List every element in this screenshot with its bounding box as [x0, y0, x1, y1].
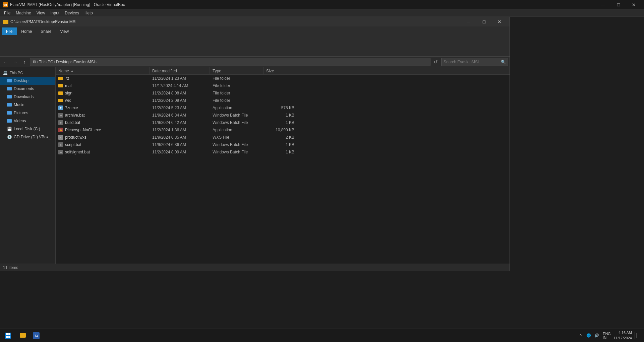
cd-icon: 💿 [7, 135, 12, 139]
column-header-name[interactable]: Name ▲ [56, 67, 150, 74]
file-date: 11/9/2024 6:42 AM [150, 120, 210, 125]
file-date: 11/2/2024 8:08 AM [150, 91, 210, 95]
sidebar-item-music[interactable]: Music [0, 101, 55, 109]
menu-file[interactable]: File [1, 9, 13, 17]
table-row[interactable]: X product.wxs 11/9/2024 6:35 AM WXS File… [56, 134, 510, 141]
folder-music-icon [7, 102, 12, 107]
sidebar-label-this-pc: This PC [10, 71, 23, 75]
taskbar: 7z ^ 🌐 🔊 ENG IN 4:16 AM 11/17/2024 ▏ [0, 329, 644, 342]
explorer-close-button[interactable]: ✕ [492, 17, 507, 26]
taskbar-7zip-icon: 7z [33, 332, 40, 339]
taskbar-clock[interactable]: 4:16 AM 11/17/2024 [613, 330, 632, 341]
file-type: File folder [210, 83, 264, 88]
file-type: File folder [210, 91, 264, 95]
refresh-button[interactable]: ↺ [432, 58, 440, 66]
table-row[interactable]: mal 11/17/2024 4:14 AM File folder [56, 82, 510, 89]
column-header-date[interactable]: Date modified [150, 67, 210, 74]
column-header-type[interactable]: Type [210, 67, 264, 74]
sidebar-label-documents: Documents [14, 86, 34, 91]
table-row[interactable]: 🔒 Picocrypt-NoGL.exe 11/2/2024 1:36 AM A… [56, 126, 510, 134]
file-list: Name ▲ Date modified Type Size 7z 11/2/2… [56, 67, 510, 264]
search-input[interactable] [444, 60, 500, 64]
nav-forward-button[interactable]: → [11, 58, 19, 66]
clock-date: 11/17/2024 [613, 336, 632, 341]
file-date: 11/9/2024 6:34 AM [150, 113, 210, 118]
table-row[interactable]: sign 11/2/2024 8:08 AM File folder [56, 89, 510, 97]
sidebar-label-local-disk: Local Disk (C:) [14, 127, 40, 131]
sidebar-item-videos[interactable]: Videos [0, 117, 55, 125]
explorer-minimize-button[interactable]: ─ [461, 17, 476, 26]
sidebar-item-pictures[interactable]: Pictures [0, 109, 55, 117]
address-path[interactable]: 🖥 › This PC › Desktop › EvasionMSI › [30, 58, 430, 66]
sidebar-item-local-disk[interactable]: 💾 Local Disk (C:) [0, 125, 55, 133]
sort-arrow-name: ▲ [70, 69, 74, 73]
sidebar-item-desktop[interactable]: Desktop [0, 77, 55, 85]
file-date: 11/17/2024 4:14 AM [150, 83, 210, 88]
file-name: 7z [56, 76, 150, 81]
menu-machine[interactable]: Machine [13, 9, 34, 17]
sidebar-label-videos: Videos [14, 119, 26, 123]
taskbar-file-explorer[interactable] [16, 329, 30, 342]
explorer-controls: ─ □ ✕ [461, 17, 507, 26]
exe-icon: ▶ [58, 106, 63, 110]
show-desktop-button[interactable]: ▏ [635, 332, 641, 339]
show-hidden-icons[interactable]: ^ [577, 332, 584, 339]
file-size: 1 KB [264, 113, 297, 118]
explorer-maximize-button[interactable]: □ [477, 17, 491, 26]
virtualbox-icon: VB [3, 2, 8, 7]
table-row[interactable]: ⚙ build.bat 11/9/2024 6:42 AM Windows Ba… [56, 119, 510, 126]
ribbon: File Home Share View [0, 26, 510, 57]
nav-up-button[interactable]: ↑ [20, 58, 28, 66]
sidebar-item-cd-drive[interactable]: 💿 CD Drive (D:) VBox_ [0, 133, 55, 141]
file-type: File folder [210, 76, 264, 81]
vb-minimize-button[interactable]: ─ [596, 0, 610, 9]
column-header-size[interactable]: Size [264, 67, 297, 74]
sidebar-item-documents[interactable]: Documents [0, 85, 55, 93]
explorer-title-left: C:\Users\PMAT\Desktop\EvasionMSI [3, 19, 76, 24]
folder-icon [58, 77, 63, 80]
folder-icon [3, 20, 8, 24]
nav-back-button[interactable]: ← [2, 58, 10, 66]
file-date: 11/2/2024 8:09 AM [150, 150, 210, 154]
table-row[interactable]: wix 11/2/2024 2:09 AM File folder [56, 97, 510, 104]
virtualbox-title-bar: VB FlareVM-PMAT (HostOnlyAdapter) [Runni… [0, 0, 644, 9]
file-type: Windows Batch File [210, 150, 264, 154]
volume-icon[interactable]: 🔊 [593, 332, 600, 339]
table-row[interactable]: ⚙ selfsigned.bat 11/2/2024 8:09 AM Windo… [56, 148, 510, 156]
title-bar-text: FlareVM-PMAT (HostOnlyAdapter) [Running]… [10, 2, 125, 7]
taskbar-folder-icon [19, 332, 26, 339]
tab-home[interactable]: Home [17, 27, 36, 35]
file-size: 2 KB [264, 135, 297, 140]
table-row[interactable]: ⚙ script.bat 11/9/2024 6:36 AM Windows B… [56, 141, 510, 148]
menu-devices[interactable]: Devices [62, 9, 82, 17]
network-icon[interactable]: 🌐 [585, 332, 592, 339]
table-row[interactable]: ⚙ archive.bat 11/9/2024 6:34 AM Windows … [56, 112, 510, 119]
vb-maximize-button[interactable]: □ [611, 0, 626, 9]
file-name: ⚙ selfsigned.bat [56, 150, 150, 154]
table-row[interactable]: ▶ 7zr.exe 11/2/2024 5:23 AM Application … [56, 104, 510, 112]
menu-view[interactable]: View [34, 9, 48, 17]
sidebar-label-desktop: Desktop [14, 78, 28, 83]
file-list-header: Name ▲ Date modified Type Size [56, 67, 510, 75]
status-bar: 11 items [0, 264, 510, 271]
start-button[interactable] [0, 329, 16, 342]
vb-close-button[interactable]: ✕ [627, 0, 641, 9]
folder-icon [58, 91, 63, 95]
explorer-window: C:\Users\PMAT\Desktop\EvasionMSI ─ □ ✕ F… [0, 17, 510, 271]
start-icon [5, 333, 11, 339]
taskbar-7zip[interactable]: 7z [30, 329, 43, 342]
file-name: wix [56, 98, 150, 103]
tab-view[interactable]: View [56, 27, 73, 35]
sidebar-item-this-pc[interactable]: 💻 This PC [0, 69, 55, 77]
tab-share[interactable]: Share [36, 27, 56, 35]
clock-time: 4:16 AM [613, 330, 632, 335]
folder-videos-icon [7, 119, 12, 123]
table-row[interactable]: 7z 11/2/2024 1:23 AM File folder [56, 75, 510, 82]
menu-input[interactable]: Input [48, 9, 62, 17]
tab-file[interactable]: File [2, 27, 17, 35]
sidebar-item-downloads[interactable]: Downloads [0, 93, 55, 101]
bat-icon: ⚙ [58, 120, 63, 125]
bat-icon: ⚙ [58, 113, 63, 118]
menu-help[interactable]: Help [82, 9, 96, 17]
file-name: ⚙ archive.bat [56, 113, 150, 118]
